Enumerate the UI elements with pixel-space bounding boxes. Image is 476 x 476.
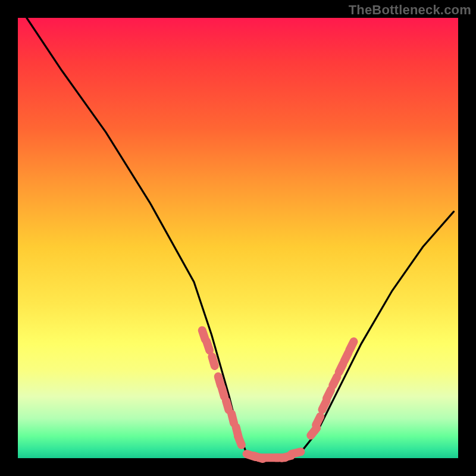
marker-pill [349, 342, 353, 350]
marker-pill [333, 377, 337, 385]
marker-cluster-right [311, 342, 353, 436]
marker-pill [231, 414, 234, 424]
marker-pill [316, 416, 320, 425]
marker-pill [327, 390, 331, 399]
marker-pill [222, 387, 224, 396]
watermark-text: TheBottleneck.com [349, 2, 471, 18]
marker-pill [238, 436, 242, 445]
chart-svg [18, 18, 458, 458]
chart-frame: TheBottleneck.com [0, 0, 476, 476]
marker-pill [292, 452, 301, 454]
marker-pill [212, 357, 214, 366]
marker-cluster-bottom [247, 452, 301, 459]
bottleneck-curve [27, 18, 454, 458]
marker-pill [206, 342, 209, 350]
marker-pill [226, 401, 228, 410]
marker-cluster-left [202, 330, 242, 445]
gradient-plot-area [18, 18, 458, 458]
